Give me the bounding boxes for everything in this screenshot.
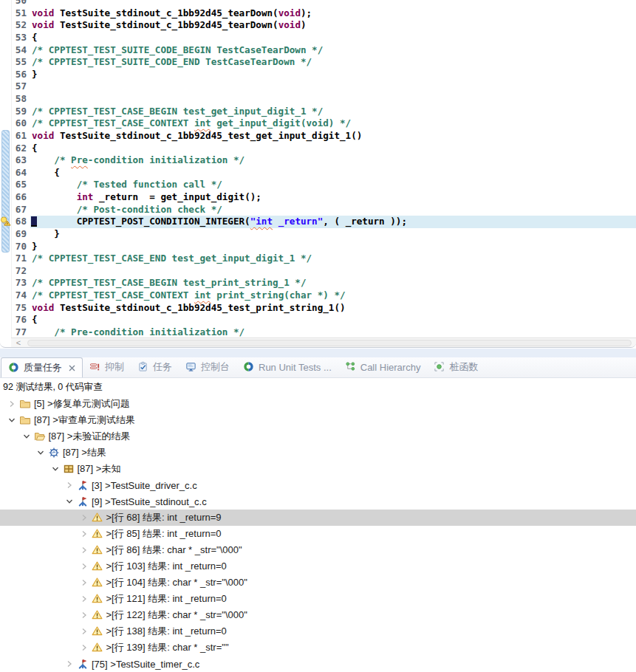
tree-row[interactable]: >[行 68] 结果: int _return=9 (0, 510, 636, 526)
chevron-right-icon[interactable] (6, 398, 18, 410)
tree-row[interactable]: [9] >TestSuite_stdinout_c.c (0, 493, 636, 510)
chevron-down-icon[interactable] (64, 496, 75, 507)
code-line[interactable]: } (30, 228, 636, 241)
code-line[interactable]: { (30, 167, 636, 179)
code-line[interactable]: void TestSuite_stdinout_c_1bb92d45_tearD… (30, 19, 636, 32)
code-line[interactable]: CPPTEST_POST_CONDITION_INTEGER("int _ret… (30, 216, 636, 228)
code-segment: int (194, 289, 211, 301)
chevron-right-icon[interactable] (78, 593, 90, 605)
results-summary: 92 测试结果, 0 代码审查 (0, 378, 636, 396)
code-line[interactable]: /* CPPTEST_TEST_CASE_CONTEXT int get_inp… (30, 117, 636, 130)
code-line[interactable] (30, 0, 636, 7)
chevron-right-icon[interactable] (78, 528, 90, 540)
line-number: 64 (12, 167, 30, 179)
code-segment: -condition initialization */ (88, 326, 245, 337)
tab-任务[interactable]: 任务 (131, 357, 179, 377)
tab-抑制[interactable]: 抑制 (83, 357, 131, 377)
code-line[interactable]: /* Tested function call */ (30, 179, 636, 191)
line-number: 54 (12, 44, 30, 57)
code-line[interactable]: /* CPPTEST_TEST_CASE_BEGIN test_get_inpu… (30, 106, 636, 118)
chevron-right-icon[interactable] (78, 544, 90, 556)
code-line[interactable]: /* CPPTEST_TEST_CASE_BEGIN test_print_st… (30, 277, 636, 289)
chevron-right-icon[interactable] (78, 642, 90, 654)
chevron-down-icon[interactable] (6, 414, 18, 426)
tree-row[interactable]: [75] >TestSuite_timer_c.c (0, 656, 636, 672)
code-segment: /* CPPTEST_TEST_CASE_END test_get_input_… (32, 253, 312, 264)
tree-row[interactable]: >[行 85] 结果: int _return=0 (0, 526, 636, 542)
chevron-right-icon[interactable] (78, 609, 90, 621)
tree-row[interactable]: >[行 103] 结果: int _return=0 (0, 558, 636, 575)
bulb-warning-icon[interactable] (0, 216, 11, 227)
code-line[interactable]: /* CPPTEST_TEST_SUITE_CODE_BEGIN TestCas… (30, 44, 636, 57)
chevron-down-icon[interactable] (21, 431, 33, 442)
code-line[interactable]: void TestSuite_stdinout_c_1bb92d45_tearD… (30, 7, 636, 20)
code-line[interactable] (30, 265, 636, 278)
code-line[interactable]: int _return = get_input_digit(); (30, 191, 636, 204)
code-line[interactable]: /* CPPTEST_TEST_CASE_CONTEXT int print_s… (30, 289, 636, 302)
code-segment: } (32, 69, 38, 80)
tree-row[interactable]: >[行 104] 结果: char * _str="\000" (0, 575, 636, 591)
line-number: 53 (12, 32, 30, 44)
code-lines: void TestSuite_stdinout_c_1bb92d45_tearD… (30, 0, 636, 337)
tree-row[interactable]: >[行 86] 结果: char * _str="\000" (0, 542, 636, 558)
tree-row[interactable]: >[行 138] 结果: int _return=0 (0, 623, 636, 640)
annotation-margin[interactable] (0, 0, 11, 337)
chevron-right-icon[interactable] (78, 560, 90, 572)
code-line[interactable]: void TestSuite_stdinout_c_1bb92d45_test_… (30, 302, 636, 315)
chevron-down-icon[interactable] (49, 463, 61, 475)
code-segment: , ( _return )); (323, 216, 407, 227)
chevron-right-icon[interactable] (78, 625, 90, 637)
tree-row[interactable]: [87] >未验证的结果 (0, 428, 636, 445)
code-line[interactable]: /* CPPTEST_TEST_CASE_END test_get_input_… (30, 253, 636, 265)
close-icon[interactable] (69, 365, 75, 371)
chevron-right-icon[interactable] (64, 479, 75, 491)
tree-node-label: >[行 86] 结果: char * _str="\000" (106, 544, 242, 557)
scrollbar-thumb[interactable] (27, 340, 632, 346)
code-line[interactable]: /* Pre-condition initialization */ (30, 154, 636, 167)
code-line[interactable]: void TestSuite_stdinout_c_1bb92d45_test_… (30, 130, 636, 143)
line-number: 58 (12, 93, 30, 106)
code-text-area[interactable]: void TestSuite_stdinout_c_1bb92d45_tearD… (30, 0, 636, 337)
code-line[interactable]: { (30, 143, 636, 155)
tree-row[interactable]: [5] >修复单元测试问题 (0, 396, 636, 412)
tab-桩函数[interactable]: 桩函数 (427, 357, 485, 377)
tab-call-hierarchy[interactable]: Call Hierarchy (338, 357, 428, 377)
chevron-right-icon[interactable] (78, 577, 90, 589)
code-line[interactable] (30, 93, 636, 106)
code-segment: /* Post-condition check */ (77, 204, 222, 215)
line-number: 72 (12, 265, 30, 278)
code-line[interactable]: } (30, 241, 636, 253)
chevron-right-icon[interactable] (78, 512, 90, 524)
tree-row[interactable]: [3] >TestSuite_driver_c.c (0, 477, 636, 493)
tree-node-label: [9] >TestSuite_stdinout_c.c (92, 496, 207, 507)
line-number: 50 (12, 0, 30, 7)
tab-run-unit-tests-[interactable]: Run Unit Tests ... (236, 357, 338, 377)
tab-quality-tasks[interactable]: 质量任务 (1, 357, 83, 377)
tree-row[interactable]: >[行 139] 结果: char * _str="" (0, 640, 636, 656)
chevron-right-icon[interactable] (64, 658, 75, 670)
tree-row[interactable]: >[行 121] 结果: int _return=0 (0, 591, 636, 607)
code-line[interactable]: /* Pre-condition initialization */ (30, 326, 636, 337)
tab-控制台[interactable]: 控制台 (179, 357, 236, 377)
warn-icon (92, 609, 103, 621)
tree-row[interactable]: >[行 122] 结果: char * _str="\000" (0, 607, 636, 623)
tree-row[interactable]: [87] >结果 (0, 445, 636, 461)
code-line[interactable]: { (30, 32, 636, 44)
code-line[interactable]: /* CPPTEST_TEST_SUITE_CODE_END TestCaseT… (30, 56, 636, 69)
scroll-left-arrow-icon[interactable]: < (13, 338, 24, 347)
code-editor[interactable]: 5051525354555657585960616263646566676869… (0, 0, 636, 348)
tab-label: 抑制 (105, 360, 124, 374)
tree-row[interactable]: [87] >未知 (0, 461, 636, 477)
bulb-warning-icon[interactable] (0, 216, 11, 227)
line-number: 59 (12, 106, 30, 118)
tree-node-label: [5] >修复单元测试问题 (34, 397, 130, 411)
tree-row[interactable]: [87] >审查单元测试结果 (0, 412, 636, 428)
tree-node-label: >[行 85] 结果: int _return=0 (106, 527, 222, 541)
horizontal-scrollbar[interactable]: < (11, 337, 636, 347)
line-number: 52 (12, 19, 30, 32)
code-line[interactable]: { (30, 314, 636, 326)
code-line[interactable]: } (30, 69, 636, 81)
code-line[interactable]: /* Post-condition check */ (30, 204, 636, 216)
chevron-down-icon[interactable] (35, 447, 47, 459)
code-line[interactable] (30, 80, 636, 93)
